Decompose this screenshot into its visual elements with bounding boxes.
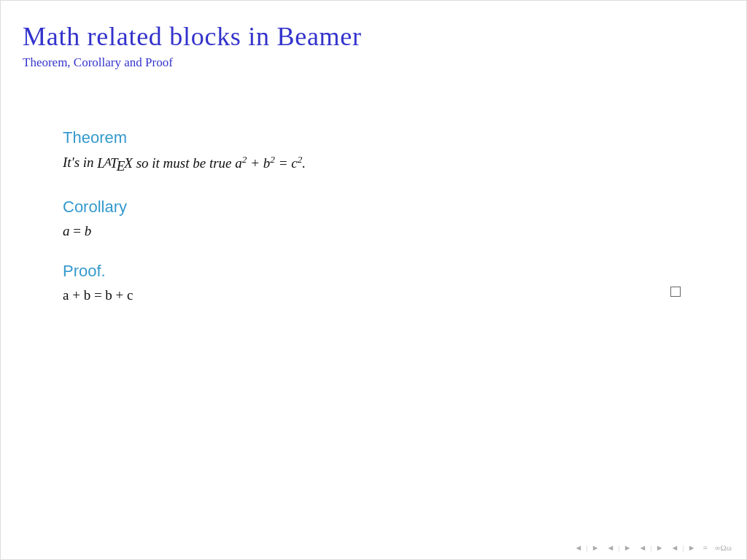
slide-content: Theorem It's in LATEX so it must be true… <box>23 128 724 306</box>
proof-block: Proof. a + b = b + c <box>63 262 724 306</box>
proof-math: a + b = b + c <box>63 287 133 303</box>
nav-menu[interactable]: ≡ <box>703 543 708 552</box>
nav-fullscreen[interactable]: ∞Ωω <box>715 543 732 552</box>
nav-next-4[interactable]: ► <box>688 543 696 552</box>
corollary-title: Corollary <box>63 198 724 217</box>
nav-prev-1[interactable]: ◄ <box>575 543 583 552</box>
nav-prev-3[interactable]: ◄ <box>639 543 647 552</box>
nav-prev-4[interactable]: ◄ <box>671 543 679 552</box>
proof-title: Proof. <box>63 262 724 281</box>
corollary-block: Corollary a = b <box>63 198 724 242</box>
nav-sep-5: | <box>650 543 651 552</box>
nav-sep-7: | <box>682 543 684 552</box>
theorem-block: Theorem It's in LATEX so it must be true… <box>63 128 724 177</box>
theorem-text-prefix: It's in <box>63 155 97 171</box>
nav-prev-2[interactable]: ◄ <box>607 543 615 552</box>
corollary-body: a = b <box>63 221 724 242</box>
nav-next-2[interactable]: ► <box>624 543 632 552</box>
nav-next-3[interactable]: ► <box>656 543 664 552</box>
nav-sep-1: | <box>586 543 587 552</box>
slide-subtitle: Theorem, Corollary and Proof <box>23 55 724 70</box>
latex-logo: LATEX <box>97 155 133 171</box>
navigation-controls[interactable]: ◄ | ► ◄ | ► ◄ | ► ◄ | ► ≡ ∞Ωω <box>575 543 732 552</box>
nav-next-1[interactable]: ► <box>592 543 600 552</box>
corollary-math: a = b <box>63 223 91 238</box>
theorem-title: Theorem <box>63 128 724 147</box>
qed-symbol <box>670 287 681 297</box>
proof-body: a + b = b + c <box>63 285 724 306</box>
slide-header: Math related blocks in Beamer Theorem, C… <box>23 15 724 70</box>
slide: Math related blocks in Beamer Theorem, C… <box>0 0 747 560</box>
slide-title: Math related blocks in Beamer <box>23 21 724 52</box>
theorem-body: It's in LATEX so it must be true a2 + b2… <box>63 152 724 177</box>
nav-sep-3: | <box>618 543 619 552</box>
slide-footer: ◄ | ► ◄ | ► ◄ | ► ◄ | ► ≡ ∞Ωω <box>1 543 746 552</box>
theorem-text-suffix: so it must be true a2 + b2 = c2. <box>133 155 306 171</box>
